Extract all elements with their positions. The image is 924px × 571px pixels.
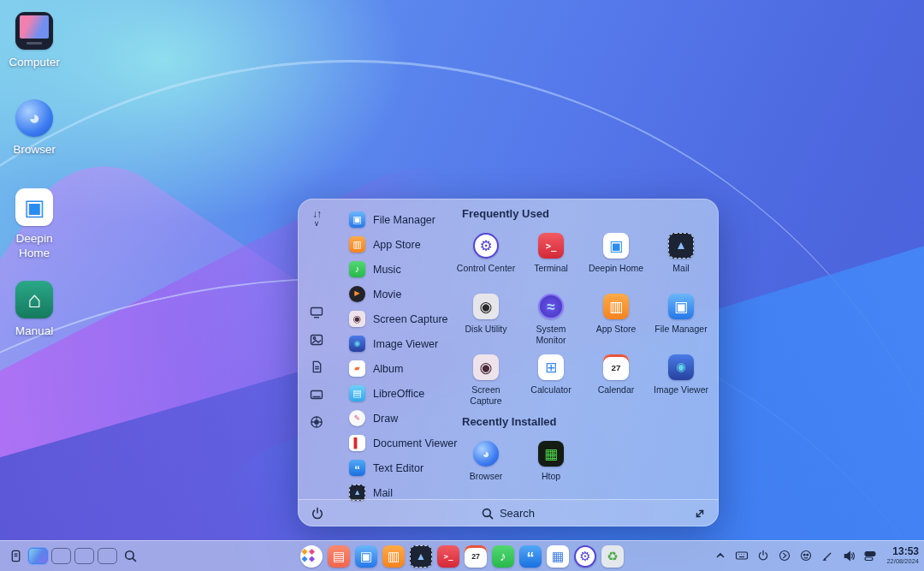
grid-app-app-store[interactable]: App Store bbox=[583, 288, 649, 349]
app-list-item-app-store[interactable]: App Store bbox=[337, 232, 455, 257]
category-graphics-icon[interactable] bbox=[310, 332, 324, 347]
app-list-label: Image Viewer bbox=[373, 338, 438, 350]
category-others-icon[interactable] bbox=[310, 414, 324, 429]
desktop-icon-deepin-home[interactable]: Deepin Home bbox=[0, 188, 70, 261]
dock-trash-icon[interactable] bbox=[601, 545, 624, 568]
desktop-icon-browser[interactable]: Browser bbox=[0, 99, 70, 158]
grid-app-disk-utility[interactable]: Disk Utility bbox=[453, 288, 518, 349]
grid-app-deepin-home[interactable]: Deepin Home bbox=[583, 228, 649, 288]
category-system-icon[interactable] bbox=[310, 387, 324, 401]
app-list-item-file-manager[interactable]: File Manager bbox=[337, 207, 455, 232]
dock-launcher-icon[interactable] bbox=[300, 545, 323, 568]
dock-file-manager-icon[interactable] bbox=[355, 545, 377, 568]
app-list-item-text-editor[interactable]: Text Editor bbox=[337, 455, 455, 480]
grid-app-file-manager[interactable]: File Manager bbox=[649, 288, 714, 349]
tray-network-assistant-icon[interactable] bbox=[799, 549, 813, 562]
dock-multitasking-icon[interactable] bbox=[328, 545, 350, 568]
control-center-icon bbox=[473, 233, 499, 259]
htop-icon bbox=[538, 441, 564, 467]
deepin-home-icon bbox=[15, 188, 53, 226]
tray-screen-annotation-pen-icon[interactable] bbox=[820, 549, 834, 562]
grid-app-system-monitor[interactable]: System Monitor bbox=[518, 288, 583, 349]
category-filter-rail bbox=[298, 305, 335, 429]
tray-power-icon[interactable] bbox=[756, 549, 770, 562]
grid-app-label: File Manager bbox=[654, 324, 707, 335]
file-manager-icon bbox=[668, 294, 694, 319]
screen-capture-icon bbox=[349, 311, 365, 327]
app-list-item-image-viewer[interactable]: Image Viewer bbox=[337, 331, 455, 356]
grid-app-htop[interactable]: Htop bbox=[518, 436, 583, 497]
grid-app-screen-capture[interactable]: Screen Capture bbox=[453, 349, 518, 410]
app-list-item-music[interactable]: Music bbox=[337, 257, 455, 282]
grid-app-browser[interactable]: Browser bbox=[453, 436, 518, 497]
app-list-item-libreoffice[interactable]: LibreOffice bbox=[337, 381, 455, 406]
grid-app-terminal[interactable]: Terminal bbox=[518, 228, 583, 288]
desktop-icon-computer[interactable]: Computer bbox=[0, 12, 70, 70]
draw-icon bbox=[349, 410, 365, 426]
tray-collapse-chevron-icon[interactable] bbox=[714, 549, 727, 562]
taskbar-left-cluster bbox=[9, 548, 137, 564]
desktop-icon-label: Manual bbox=[15, 324, 53, 339]
workspace-2-preview[interactable] bbox=[51, 548, 71, 564]
terminal-icon bbox=[538, 233, 564, 259]
grid-app-mail[interactable]: Mail bbox=[649, 228, 714, 288]
chevron-down-icon: ∨ bbox=[298, 220, 335, 228]
category-internet-icon[interactable] bbox=[310, 305, 324, 319]
category-documents-icon[interactable] bbox=[310, 360, 324, 374]
power-button[interactable] bbox=[310, 506, 325, 521]
dock-calendar-icon[interactable] bbox=[465, 545, 487, 568]
app-list-item-album[interactable]: Album bbox=[337, 356, 455, 381]
system-tray: 13:53 22/08/2024 bbox=[714, 546, 919, 565]
desktop-icon-manual[interactable]: Manual bbox=[0, 281, 70, 339]
app-list-label: Mail bbox=[373, 487, 393, 499]
grid-app-label: Calculator bbox=[530, 384, 571, 396]
grid-app-control-center[interactable]: Control Center bbox=[453, 228, 518, 288]
tray-battery-icon[interactable] bbox=[863, 549, 877, 562]
mail-icon bbox=[668, 233, 694, 259]
app-list-item-draw[interactable]: Draw bbox=[337, 406, 455, 431]
dock-show-desktop-icon[interactable] bbox=[547, 545, 569, 568]
sort-toggle-button[interactable]: ↓↑ ∨ bbox=[298, 209, 335, 228]
launcher-search[interactable]: Search bbox=[482, 507, 535, 520]
grid-app-label: Browser bbox=[470, 471, 503, 482]
app-list-item-document-viewer[interactable]: Document Viewer bbox=[337, 431, 455, 455]
frequently-used-grid: Control Center Terminal Deepin Home Mail… bbox=[453, 228, 714, 410]
recently-installed-grid: Browser Htop bbox=[453, 436, 714, 497]
tray-volume-icon[interactable] bbox=[842, 549, 856, 562]
app-list-label: Draw bbox=[373, 413, 398, 425]
launcher-app-list: File Manager App Store Music Movie Scree… bbox=[337, 207, 455, 505]
app-list-label: Text Editor bbox=[373, 462, 424, 474]
launcher-grid-area: Frequently Used Control Center Terminal … bbox=[453, 207, 714, 497]
image-viewer-icon bbox=[349, 336, 365, 352]
grid-app-label: Disk Utility bbox=[465, 324, 507, 335]
app-list-item-screen-capture[interactable]: Screen Capture bbox=[337, 306, 455, 331]
clock-date: 22/08/2024 bbox=[886, 558, 919, 566]
dock-terminal-icon[interactable] bbox=[437, 545, 459, 568]
taskbar-menu-icon[interactable] bbox=[9, 550, 22, 563]
app-list-label: Movie bbox=[373, 288, 401, 300]
clock[interactable]: 13:53 22/08/2024 bbox=[886, 546, 919, 565]
app-list-item-movie[interactable]: Movie bbox=[337, 282, 455, 306]
calendar-icon bbox=[603, 354, 629, 380]
tray-quick-launch-icon[interactable] bbox=[778, 549, 791, 562]
taskbar-search-icon[interactable] bbox=[123, 550, 137, 563]
dock-music-icon[interactable] bbox=[492, 545, 514, 568]
dock-control-center-icon[interactable] bbox=[574, 545, 596, 568]
dock-apps bbox=[300, 545, 624, 568]
dock-text-editor-icon[interactable] bbox=[519, 545, 542, 568]
workspace-4-preview[interactable] bbox=[98, 548, 117, 564]
screen-capture-icon bbox=[473, 354, 499, 380]
dock-app-store-icon[interactable] bbox=[382, 545, 405, 568]
grid-app-calendar[interactable]: Calendar bbox=[583, 349, 649, 410]
launcher-bottom-bar: Search bbox=[298, 499, 719, 526]
dock-mail-icon[interactable] bbox=[410, 545, 432, 568]
launcher-panel: ↓↑ ∨ File Manager bbox=[298, 199, 719, 526]
tray-keyboard-icon[interactable] bbox=[735, 549, 749, 562]
grid-app-calculator[interactable]: Calculator bbox=[518, 349, 583, 410]
manual-icon bbox=[15, 281, 53, 318]
workspace-1-preview[interactable] bbox=[28, 548, 48, 564]
workspace-3-preview[interactable] bbox=[74, 548, 94, 564]
grid-app-image-viewer[interactable]: Image Viewer bbox=[649, 349, 714, 410]
grid-app-label: Mail bbox=[672, 263, 689, 274]
expand-fullscreen-icon[interactable] bbox=[693, 507, 707, 520]
